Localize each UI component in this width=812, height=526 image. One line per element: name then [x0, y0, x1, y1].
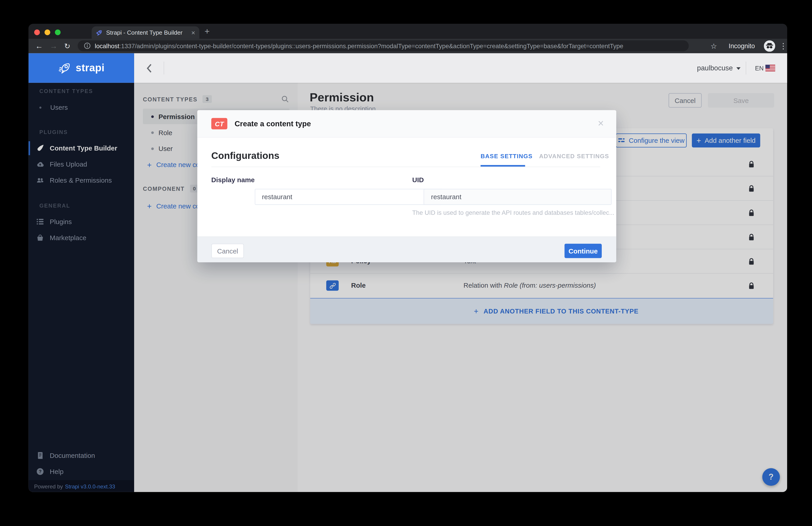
site-info-icon[interactable]	[84, 42, 91, 49]
display-name-input[interactable]	[255, 189, 442, 205]
active-tab-underline	[480, 165, 525, 167]
display-name-field: Display name	[212, 175, 399, 184]
create-content-type-modal: CT Create a content type × Configuration…	[197, 110, 616, 262]
uid-label: UID	[412, 176, 424, 183]
modal-cancel-button[interactable]: Cancel	[212, 244, 244, 258]
tab-advanced-settings[interactable]: ADVANCED SETTINGS	[539, 153, 609, 159]
browser-window: Strapi - Content Type Builder × + ← → ↻ …	[29, 24, 787, 492]
back-button[interactable]: ←	[35, 39, 43, 53]
incognito-icon	[764, 40, 775, 51]
forward-button[interactable]: →	[49, 39, 57, 53]
us-flag-icon[interactable]	[765, 65, 775, 72]
reload-button[interactable]: ↻	[64, 39, 70, 53]
uid-input[interactable]	[424, 189, 612, 205]
close-tab-icon[interactable]: ×	[191, 29, 195, 36]
modal-footer: Cancel Continue	[197, 237, 616, 262]
sub-header: paulbocuse EN	[134, 53, 787, 82]
tab-base-settings[interactable]: BASE SETTINGS	[480, 153, 533, 159]
modal-continue-button[interactable]: Continue	[564, 244, 602, 258]
new-tab-button[interactable]: +	[205, 26, 210, 37]
strapi-logo[interactable]: strapi	[29, 53, 134, 82]
address-bar[interactable]: localhost:1337/admin/plugins/content-typ…	[78, 40, 689, 51]
tab-title: Strapi - Content Type Builder	[106, 29, 188, 35]
chevron-down-icon[interactable]	[736, 67, 740, 70]
back-chevron-icon[interactable]	[147, 64, 152, 73]
browser-toolbar: ← → ↻ localhost:1337/admin/plugins/conte…	[29, 39, 787, 53]
close-icon[interactable]: ×	[598, 118, 604, 130]
url-text: localhost:1337/admin/plugins/content-typ…	[95, 42, 623, 49]
display-name-label: Display name	[212, 176, 255, 183]
incognito-label: Incognito	[729, 39, 755, 53]
header-divider	[163, 62, 164, 74]
uid-helper-text: The UID is used to generate the API rout…	[412, 209, 614, 216]
modal-title: Create a content type	[234, 120, 311, 128]
modal-heading: Configurations	[212, 150, 279, 161]
browser-tabbar: Strapi - Content Type Builder × +	[29, 24, 787, 39]
ct-badge: CT	[212, 118, 228, 129]
header-divider-2	[745, 62, 746, 74]
screen: Strapi - Content Type Builder × + ← → ↻ …	[0, 0, 812, 526]
strapi-admin-page: strapi paulbocuse EN CONTENT TYPES Use	[29, 53, 787, 492]
bookmark-star-icon[interactable]: ☆	[710, 39, 717, 53]
minimize-window-button[interactable]	[45, 29, 50, 35]
zoom-window-button[interactable]	[55, 29, 60, 35]
tabs-divider	[212, 167, 600, 167]
logo-text: strapi	[76, 62, 104, 74]
strapi-rocket-icon	[58, 61, 71, 75]
browser-tab[interactable]: Strapi - Content Type Builder ×	[92, 27, 199, 39]
locale-label[interactable]: EN	[755, 65, 764, 72]
close-window-button[interactable]	[34, 29, 40, 35]
modal-header: CT Create a content type ×	[197, 110, 616, 138]
strapi-favicon	[96, 29, 103, 36]
url-host: localhost	[95, 42, 119, 49]
browser-menu-icon[interactable]: ⋮	[779, 39, 787, 53]
user-menu[interactable]: paulbocuse	[697, 64, 733, 72]
uid-field: UID The UID is used to generate the API …	[412, 175, 600, 184]
app-header: strapi paulbocuse EN	[29, 53, 787, 82]
url-path: :1337/admin/plugins/content-type-builder…	[119, 42, 624, 49]
